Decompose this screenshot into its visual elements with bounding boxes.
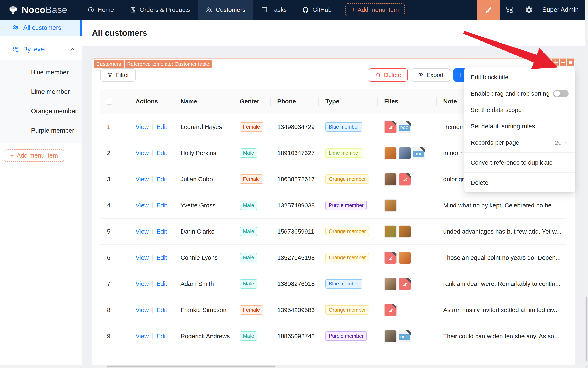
menu-item-label: Set the data scope: [471, 106, 522, 113]
file-thumbnails: DOC: [384, 330, 437, 342]
menu-item-label: Set default sorting rules: [471, 123, 535, 130]
view-link[interactable]: View: [135, 280, 149, 287]
add-block-button[interactable]: [560, 59, 566, 65]
edit-link[interactable]: Edit: [156, 228, 167, 235]
image-file-thumbnail[interactable]: [384, 147, 397, 159]
edit-link[interactable]: Edit: [156, 306, 167, 313]
horizontal-scrollbar-thumb[interactable]: [106, 365, 276, 368]
image-file-thumbnail[interactable]: [384, 278, 397, 290]
table-row[interactable]: 5ViewEditDarin ClarkeMale15673659911Oran…: [100, 218, 566, 245]
edit-link[interactable]: Edit: [156, 333, 167, 339]
sidebar-item-purple-member[interactable]: Purple member: [0, 121, 82, 140]
cell-name: Adam Smith: [174, 271, 233, 297]
cell-files: [378, 271, 437, 297]
pdf-file-thumbnail[interactable]: [399, 173, 411, 185]
cell-phone: 15673659911: [271, 218, 319, 245]
cell-type: Purple member: [319, 323, 378, 349]
filter-button[interactable]: Filter: [100, 68, 135, 82]
nav-item-home[interactable]: Home: [80, 0, 122, 20]
menu-item-records-per-page[interactable]: Records per page20: [466, 134, 573, 151]
menu-divider: [464, 173, 575, 173]
view-link[interactable]: View: [135, 306, 149, 313]
block-settings-button[interactable]: [567, 59, 573, 65]
image-file-thumbnail[interactable]: [384, 330, 397, 342]
view-link[interactable]: View: [135, 176, 149, 183]
edit-link[interactable]: Edit: [156, 123, 167, 130]
drag-handle-button[interactable]: [552, 59, 559, 65]
select-all-checkbox[interactable]: [106, 98, 113, 105]
drag-sort-toggle[interactable]: [553, 90, 569, 97]
image-file-thumbnail[interactable]: [384, 173, 397, 185]
sidebar-item-lime-member[interactable]: Lime member: [0, 82, 82, 101]
view-link[interactable]: View: [135, 202, 149, 209]
cell-name: Frankie Simpson: [174, 297, 233, 323]
menu-item-edit-block-title[interactable]: Edit block title: [466, 69, 573, 85]
page-fold-icon: [405, 278, 411, 283]
sidebar-item-blue-member[interactable]: Blue member: [0, 63, 82, 82]
records-per-page-select[interactable]: 20: [555, 139, 569, 146]
cell-name: Roderick Andrews: [174, 323, 233, 349]
image-file-thumbnail[interactable]: [384, 225, 397, 238]
cell-actions: ViewEdit: [129, 114, 174, 140]
menu-item-set-the-data-scope[interactable]: Set the data scope: [466, 102, 573, 118]
table-row[interactable]: 8ViewEditFrankie SimpsonFemale1395420958…: [100, 297, 566, 323]
edit-link[interactable]: Edit: [156, 254, 167, 261]
view-link[interactable]: View: [135, 123, 149, 130]
top-navbar: NocoBase HomeOrders & ProductsCustomersT…: [0, 0, 588, 20]
edit-link[interactable]: Edit: [156, 150, 167, 156]
menu-item-delete[interactable]: Delete: [466, 175, 573, 191]
navbar-right-tools: Super Admin: [477, 0, 588, 20]
nav-item-github[interactable]: GitHub: [294, 0, 339, 20]
table-row[interactable]: 6ViewEditConnie LyonsMale13527645198Oran…: [100, 245, 566, 271]
image-file-thumbnail[interactable]: [399, 225, 411, 238]
image-file-thumbnail[interactable]: [384, 199, 397, 212]
image-file-thumbnail[interactable]: [399, 251, 411, 264]
horizontal-scrollbar[interactable]: [0, 365, 585, 368]
cell-name: Connie Lyons: [174, 245, 233, 271]
view-link[interactable]: View: [135, 228, 149, 235]
table-row[interactable]: 9ViewEditRoderick AndrewsMale18865092743…: [100, 323, 566, 349]
ui-editor-button[interactable]: [477, 0, 499, 20]
table-row[interactable]: 4ViewEditYvette GrossMale13257489038Purp…: [100, 192, 566, 218]
view-link[interactable]: View: [135, 333, 149, 339]
edit-link[interactable]: Edit: [156, 202, 167, 209]
image-file-thumbnail[interactable]: [399, 147, 411, 159]
vertical-scrollbar[interactable]: [585, 0, 588, 365]
gear-icon: [525, 6, 533, 14]
page-header: All customers: [82, 20, 588, 46]
sidebar-item-orange-member[interactable]: Orange member: [0, 101, 82, 121]
nav-item-orders-products[interactable]: Orders & Products: [122, 0, 198, 20]
brand-logo[interactable]: NocoBase: [0, 0, 80, 20]
view-link[interactable]: View: [135, 254, 149, 261]
menu-item-convert-reference-to-duplicate[interactable]: Convert reference to duplicate: [466, 155, 573, 171]
doc-file-thumbnail[interactable]: DOC: [413, 147, 425, 159]
nav-item-tasks[interactable]: Tasks: [253, 0, 295, 20]
doc-file-thumbnail[interactable]: DOC: [399, 121, 411, 133]
cell-gender: Male: [233, 218, 271, 245]
doc-badge: DOC: [399, 125, 410, 131]
sidebar-add-menu-item-button[interactable]: + Add menu item: [4, 149, 64, 162]
file-thumbnails: [384, 251, 437, 264]
sidebar-group-by-level[interactable]: By level: [0, 41, 82, 58]
edit-link[interactable]: Edit: [156, 176, 167, 183]
vertical-scrollbar-thumb[interactable]: [585, 296, 588, 362]
pdf-file-thumbnail[interactable]: [399, 278, 411, 290]
pdf-file-thumbnail[interactable]: [384, 121, 397, 133]
user-menu[interactable]: Super Admin: [539, 0, 588, 20]
menu-item-set-default-sorting-rules[interactable]: Set default sorting rules: [466, 118, 573, 134]
sidebar-item-all-customers[interactable]: All customers: [0, 20, 82, 36]
nav-item-customers[interactable]: Customers: [198, 0, 253, 20]
plugin-manager-button[interactable]: [499, 0, 519, 20]
table-row[interactable]: 7ViewEditAdam SmithMale13898276018Blue m…: [100, 271, 566, 297]
export-button[interactable]: Export: [411, 68, 450, 82]
delete-button[interactable]: Delete: [368, 68, 408, 82]
pdf-file-thumbnail[interactable]: [384, 251, 397, 264]
file-thumbnails: DOC: [384, 121, 437, 133]
edit-link[interactable]: Edit: [156, 280, 167, 287]
settings-button[interactable]: [519, 0, 539, 20]
doc-file-thumbnail[interactable]: DOC: [399, 330, 411, 342]
pdf-file-thumbnail[interactable]: [384, 304, 397, 316]
menu-item-enable-drag-and-drop-sorting[interactable]: Enable drag and drop sorting: [466, 85, 573, 102]
view-link[interactable]: View: [135, 150, 149, 156]
navbar-add-menu-item-button[interactable]: + Add menu item: [346, 3, 405, 16]
